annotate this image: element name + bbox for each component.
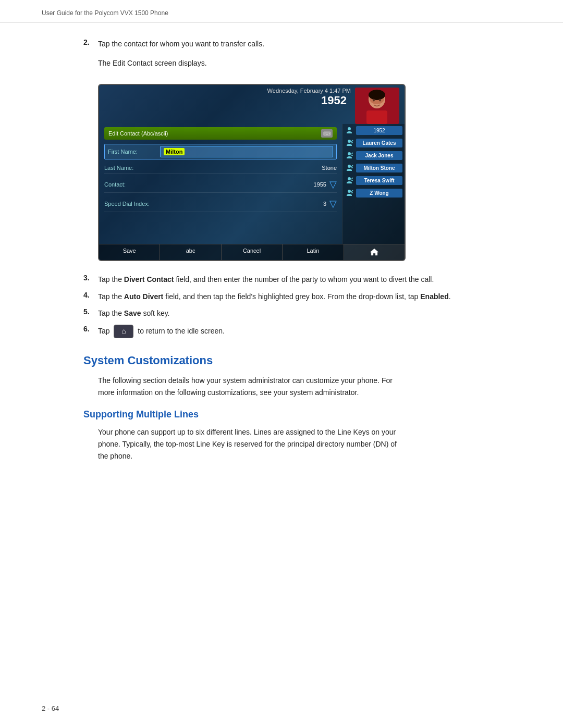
step-4-number: 4. xyxy=(83,291,98,302)
contact-z-wong-label: Z Wong xyxy=(356,189,402,198)
contact-field[interactable]: Contact: 1955 ▽ xyxy=(104,177,337,193)
step-6: 6. Tap to return to the idle screen. xyxy=(83,325,521,338)
contact-label: Contact: xyxy=(104,181,156,188)
last-name-field[interactable]: Last Name: Stone xyxy=(104,163,337,174)
contact-value: 1955 xyxy=(156,181,326,188)
contact-lauren-gates[interactable]: Lauren Gates xyxy=(342,137,405,149)
phone-screen: Wednesday, February 4 1:47 PM 1952 xyxy=(98,84,406,261)
step-2-text: Tap the contact for whom you want to tra… xyxy=(98,38,264,50)
svg-point-5 xyxy=(373,99,375,102)
phone-screen-wrapper: Wednesday, February 4 1:47 PM 1952 xyxy=(98,84,406,261)
keyboard-icon xyxy=(321,129,333,138)
step-2: 2. Tap the contact for whom you want to … xyxy=(83,38,521,50)
contact-milton-stone-label: Milton Stone xyxy=(356,164,402,172)
section-supporting-multiple-lines-body: Your phone can support up to six differe… xyxy=(98,426,400,462)
step-2-subtext: The Edit Contact screen displays. xyxy=(98,59,521,67)
step-5-bold: Save xyxy=(124,309,141,317)
last-name-label: Last Name: xyxy=(104,165,156,171)
step-3-bold: Divert Contact xyxy=(124,275,174,283)
contact-milton-stone[interactable]: Milton Stone xyxy=(342,162,405,174)
first-name-field[interactable]: First Name: Milton xyxy=(104,144,337,159)
first-name-label: First Name: xyxy=(108,149,160,155)
page-number: 2 - 64 xyxy=(42,705,59,712)
first-name-input[interactable]: Milton xyxy=(160,146,333,157)
speed-dial-value: 3 xyxy=(156,201,326,207)
step-4-bold2: Enabled xyxy=(420,292,448,301)
contact-1952-label: 1952 xyxy=(356,126,402,135)
phone-form-title: Edit Contact (Abc/ascii) xyxy=(104,127,337,140)
section-system-customizations-body: The following section details how your s… xyxy=(98,375,400,399)
section-system-customizations-title: System Customizations xyxy=(83,354,521,367)
step-4: 4. Tap the Auto Divert field, and then t… xyxy=(83,291,521,302)
speed-dial-label: Speed Dial Index: xyxy=(104,201,156,207)
home-icon xyxy=(370,248,379,256)
svg-rect-4 xyxy=(366,110,387,124)
softkey-save[interactable]: Save xyxy=(99,244,160,260)
step-6-number: 6. xyxy=(83,325,98,338)
contact-jack-jones-icon xyxy=(345,151,354,160)
softkey-cancel[interactable]: Cancel xyxy=(222,244,283,260)
phone-contacts-panel: 1952 Lauren Gates Jack Jon xyxy=(342,124,405,244)
contact-1952-icon xyxy=(345,126,354,135)
contact-z-wong-icon xyxy=(345,188,354,198)
contact-milton-stone-icon xyxy=(345,163,354,172)
form-title-text: Edit Contact (Abc/ascii) xyxy=(108,130,168,137)
phone-datetime: Wednesday, February 4 1:47 PM xyxy=(267,88,351,94)
step-4-bold1: Auto Divert xyxy=(124,292,163,301)
contact-teresa-swift[interactable]: Teresa Swift xyxy=(342,174,405,187)
contact-jack-jones-label: Jack Jones xyxy=(356,151,402,160)
contact-lauren-gates-label: Lauren Gates xyxy=(356,139,402,147)
svg-point-3 xyxy=(369,90,385,100)
contact-lauren-gates-icon xyxy=(345,138,354,147)
main-content: 2. Tap the contact for whom you want to … xyxy=(0,22,563,478)
step-4-text: Tap the Auto Divert field, and then tap … xyxy=(98,291,451,302)
svg-point-6 xyxy=(379,99,381,102)
phone-body: Edit Contact (Abc/ascii) First Name: Mil… xyxy=(99,124,405,244)
contact-z-wong[interactable]: Z Wong xyxy=(342,187,405,199)
step-3: 3. Tap the Divert Contact field, and the… xyxy=(83,274,521,285)
avatar-image xyxy=(355,88,399,124)
contact-jack-jones[interactable]: Jack Jones xyxy=(342,149,405,162)
section-supporting-multiple-lines-title: Supporting Multiple Lines xyxy=(83,409,521,420)
speed-dial-dropdown-arrow: ▽ xyxy=(329,198,337,209)
softkey-home[interactable] xyxy=(344,244,405,260)
header-text: User Guide for the Polycom VVX 1500 Phon… xyxy=(42,9,168,17)
contact-teresa-swift-label: Teresa Swift xyxy=(356,176,402,185)
contact-dropdown-arrow: ▽ xyxy=(329,179,337,190)
step-3-number: 3. xyxy=(83,274,98,285)
step-5: 5. Tap the Save soft key. xyxy=(83,307,521,319)
speed-dial-field[interactable]: Speed Dial Index: 3 ▽ xyxy=(104,196,337,212)
contact-1952[interactable]: 1952 xyxy=(342,124,405,137)
softkey-latin[interactable]: Latin xyxy=(283,244,344,260)
phone-form: Edit Contact (Abc/ascii) First Name: Mil… xyxy=(99,124,342,244)
first-name-value: Milton xyxy=(164,148,185,155)
step-5-text: Tap the Save soft key. xyxy=(98,307,170,319)
softkey-abc[interactable]: abc xyxy=(160,244,221,260)
step-3-text: Tap the Divert Contact field, and then e… xyxy=(98,274,434,285)
phone-softkeys: Save abc Cancel Latin xyxy=(99,244,405,260)
step-5-number: 5. xyxy=(83,307,98,319)
page-header: User Guide for the Polycom VVX 1500 Phon… xyxy=(0,0,563,22)
phone-extension: 1952 xyxy=(267,94,351,107)
step-2-number: 2. xyxy=(83,38,98,46)
contact-teresa-swift-icon xyxy=(345,176,354,185)
step-6-text: Tap to return to the idle screen. xyxy=(98,325,225,338)
home-button-inline xyxy=(114,325,133,338)
last-name-value: Stone xyxy=(156,165,337,171)
